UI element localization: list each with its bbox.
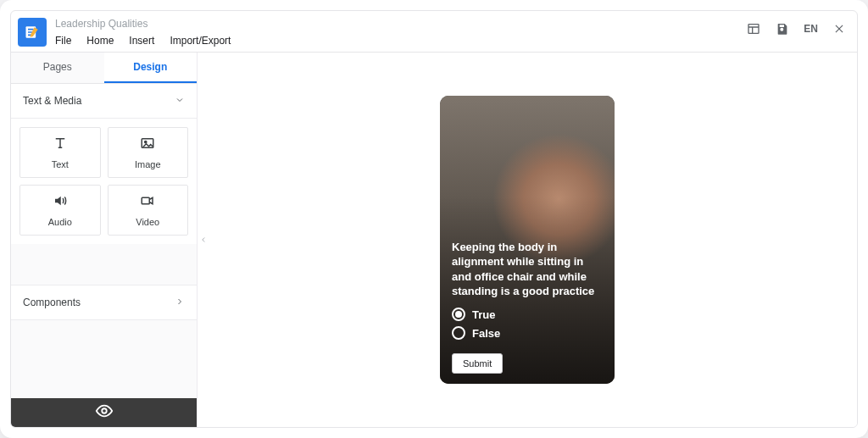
canvas-area: Keeping the body in alignment while sitt… — [198, 53, 857, 427]
audio-icon — [51, 193, 70, 212]
card-audio-label: Audio — [48, 217, 72, 227]
option-true-label: True — [472, 308, 495, 321]
window-frame: Leadership Qualities File Home Insert Im… — [0, 0, 868, 438]
app-body: Pages Design Text & Media Text — [11, 53, 857, 427]
svg-point-12 — [102, 408, 107, 413]
chevron-right-icon — [175, 296, 185, 309]
section-text-media[interactable]: Text & Media — [11, 84, 197, 119]
layout-icon[interactable] — [746, 21, 761, 36]
collapse-sidebar-handle[interactable] — [198, 223, 209, 257]
language-switch[interactable]: EN — [804, 23, 818, 35]
header-right: EN — [746, 16, 847, 36]
submit-button[interactable]: Submit — [452, 353, 503, 374]
menu-import-export[interactable]: Import/Export — [170, 35, 231, 47]
card-text[interactable]: Text — [19, 127, 101, 178]
menu-home[interactable]: Home — [86, 35, 114, 47]
question-text[interactable]: Keeping the body in alignment while sitt… — [452, 240, 603, 299]
radio-selected-icon — [452, 308, 465, 321]
card-video-label: Video — [136, 217, 159, 227]
app-window: Leadership Qualities File Home Insert Im… — [10, 10, 858, 428]
card-image[interactable]: Image — [108, 127, 189, 178]
phone-preview[interactable]: Keeping the body in alignment while sitt… — [440, 96, 615, 384]
save-icon[interactable] — [775, 21, 790, 36]
option-false[interactable]: False — [452, 326, 603, 340]
section-components[interactable]: Components — [11, 285, 197, 320]
section-text-media-label: Text & Media — [23, 95, 81, 107]
eye-icon — [95, 402, 114, 424]
svg-rect-11 — [142, 197, 150, 204]
card-audio[interactable]: Audio — [19, 185, 101, 236]
svg-rect-1 — [748, 25, 759, 34]
sidebar: Pages Design Text & Media Text — [11, 53, 198, 427]
app-logo-icon — [18, 18, 47, 47]
chevron-down-icon — [175, 94, 185, 108]
menu-bar: File Home Insert Import/Export — [55, 31, 231, 47]
svg-point-10 — [145, 141, 147, 142]
section-components-label: Components — [23, 297, 81, 308]
phone-content: Keeping the body in alignment while sitt… — [440, 240, 615, 384]
sidebar-tabs: Pages Design — [11, 53, 197, 84]
tab-design[interactable]: Design — [104, 53, 198, 83]
radio-unselected-icon — [452, 326, 465, 340]
menu-file[interactable]: File — [55, 35, 71, 47]
text-icon — [51, 136, 70, 154]
menu-insert[interactable]: Insert — [129, 35, 154, 47]
close-icon[interactable] — [832, 21, 847, 36]
title-and-menu: Leadership Qualities File Home Insert Im… — [55, 16, 231, 47]
card-text-label: Text — [52, 159, 69, 169]
option-false-label: False — [472, 327, 500, 340]
option-true[interactable]: True — [452, 308, 603, 321]
card-image-label: Image — [135, 159, 161, 169]
image-icon — [138, 136, 157, 154]
sidebar-spacer — [11, 320, 197, 398]
app-header: Leadership Qualities File Home Insert Im… — [11, 11, 857, 47]
video-icon — [138, 193, 157, 212]
card-video[interactable]: Video — [108, 185, 189, 236]
media-grid: Text Image Audio Video — [11, 119, 197, 244]
tab-pages[interactable]: Pages — [11, 53, 104, 83]
header-left: Leadership Qualities File Home Insert Im… — [18, 16, 231, 47]
document-title: Leadership Qualities — [55, 16, 231, 30]
preview-button[interactable] — [11, 398, 197, 427]
